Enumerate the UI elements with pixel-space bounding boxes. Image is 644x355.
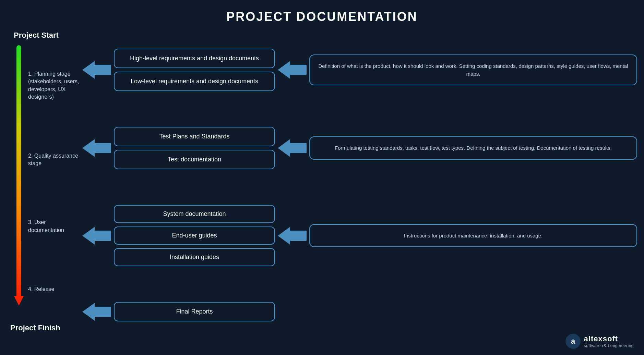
timeline-column: Project Start 1. Planning stage (stakeho… xyxy=(7,27,82,343)
stage-label-2: 2. Quality assurance stage xyxy=(28,152,81,168)
arrow-qa-right xyxy=(278,139,307,157)
stage-label-3: 3. User documentation xyxy=(28,219,81,234)
section-planning: High-level requirements and design docum… xyxy=(82,49,637,91)
project-start-label: Project Start xyxy=(14,31,59,40)
doc-group-release: Final Reports xyxy=(114,302,275,321)
timeline-arrow xyxy=(14,296,24,306)
arrow-planning-right xyxy=(278,61,307,79)
doc-box-system-docs: System documentation xyxy=(114,205,275,223)
project-finish-label: Project Finish xyxy=(10,323,60,332)
stage-label-4: 4. Release xyxy=(28,285,81,293)
doc-box-final-reports: Final Reports xyxy=(114,302,275,321)
branding: a altexsoft software r&d engineering xyxy=(565,334,634,349)
arrow-userdocs-left xyxy=(82,227,111,245)
arrow-planning-left xyxy=(82,61,111,79)
desc-box-userdocs: Instructions for product maintenance, in… xyxy=(309,224,637,247)
svg-text:a: a xyxy=(571,337,575,345)
arrow-qa-left xyxy=(82,139,111,157)
section-release: Final Reports xyxy=(82,302,637,321)
doc-group-userdocs: System documentation End-user guides Ins… xyxy=(114,205,275,266)
stage-labels: 1. Planning stage (stakeholders, users, … xyxy=(28,45,81,319)
arrow-userdocs-right xyxy=(278,227,307,245)
brand-name: altexsoft xyxy=(584,334,634,343)
brand-text-block: altexsoft software r&d engineering xyxy=(584,334,634,348)
section-qa: Test Plans and Standards Test documentat… xyxy=(82,127,637,169)
doc-group-qa: Test Plans and Standards Test documentat… xyxy=(114,127,275,169)
page-title: PROJECT DOCUMENTATION xyxy=(0,0,644,27)
doc-group-planning: High-level requirements and design docum… xyxy=(114,49,275,91)
timeline-bar xyxy=(16,45,21,306)
desc-box-qa: Formulating testing standards, tasks, te… xyxy=(309,136,637,159)
arrow-release-left xyxy=(82,303,111,321)
doc-box-low-level: Low-level requirements and design docume… xyxy=(114,72,275,91)
section-user-docs: System documentation End-user guides Ins… xyxy=(82,205,637,266)
doc-box-end-user: End-user guides xyxy=(114,227,275,245)
page-container: PROJECT DOCUMENTATION Project Start 1. P… xyxy=(0,0,644,355)
doc-box-high-level: High-level requirements and design docum… xyxy=(114,49,275,68)
doc-box-test-documentation: Test documentation xyxy=(114,150,275,169)
stage-label-1: 1. Planning stage (stakeholders, users, … xyxy=(28,70,81,101)
desc-box-planning: Definition of what is the product, how i… xyxy=(309,54,637,86)
main-content: High-level requirements and design docum… xyxy=(82,27,637,343)
altexsoft-logo-icon: a xyxy=(565,334,581,349)
doc-box-install: Installation guides xyxy=(114,248,275,266)
brand-subtitle: software r&d engineering xyxy=(584,343,634,348)
doc-box-test-plans: Test Plans and Standards xyxy=(114,127,275,146)
